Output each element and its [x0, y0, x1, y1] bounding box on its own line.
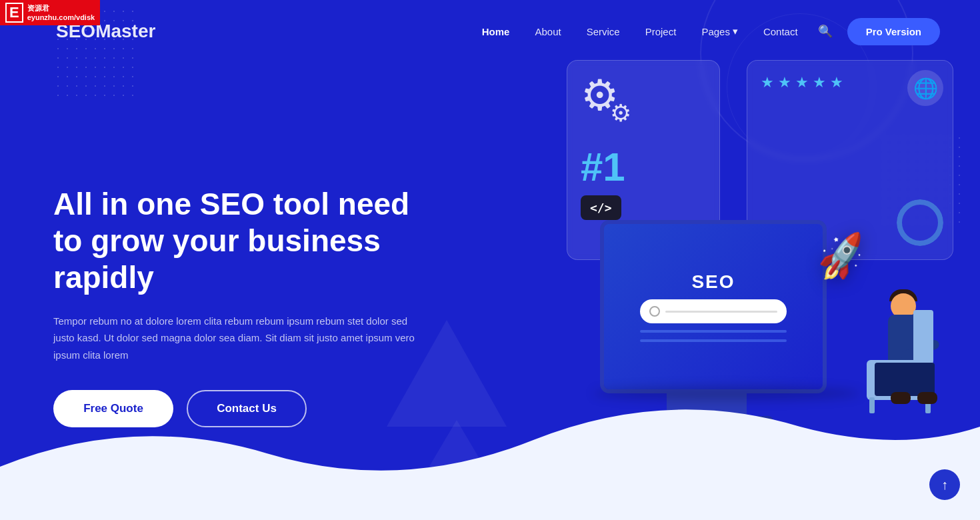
hero-text: All in one SEO tool need to grow your bu… — [53, 186, 440, 427]
contact-us-button[interactable]: Contact Us — [187, 390, 307, 427]
nav-home[interactable]: Home — [471, 21, 521, 43]
chevron-down-icon: ▾ — [733, 25, 738, 37]
back-to-top-button[interactable]: ↑ — [929, 469, 960, 500]
hero-content: All in one SEO tool need to grow your bu… — [0, 0, 980, 520]
nav-project[interactable]: Project — [635, 21, 687, 43]
hero-section: E 资源君 eyunzhu.com/vdisk SEOMaster Home A… — [0, 0, 980, 520]
nav-links: Home About Service Project Pages ▾ Conta… — [471, 18, 940, 45]
hero-buttons: Free Quote Contact Us — [53, 390, 440, 427]
free-quote-button[interactable]: Free Quote — [53, 390, 173, 427]
nav-contact[interactable]: Contact — [753, 21, 809, 43]
hero-description: Tempor rebum no at dolore lorem clita re… — [53, 313, 427, 364]
hero-title: All in one SEO tool need to grow your bu… — [53, 186, 440, 297]
nav-pages[interactable]: Pages ▾ — [691, 20, 749, 43]
watermark: E 资源君 eyunzhu.com/vdisk — [0, 0, 100, 25]
watermark-line2: eyunzhu.com/vdisk — [27, 13, 95, 22]
search-icon[interactable]: 🔍 — [813, 19, 838, 44]
pro-version-button[interactable]: Pro Version — [847, 18, 940, 45]
nav-about[interactable]: About — [524, 21, 571, 43]
watermark-line1: 资源君 — [27, 3, 95, 13]
nav-service[interactable]: Service — [576, 21, 631, 43]
watermark-e: E — [5, 3, 23, 23]
navbar: E 资源君 eyunzhu.com/vdisk SEOMaster Home A… — [0, 0, 980, 63]
